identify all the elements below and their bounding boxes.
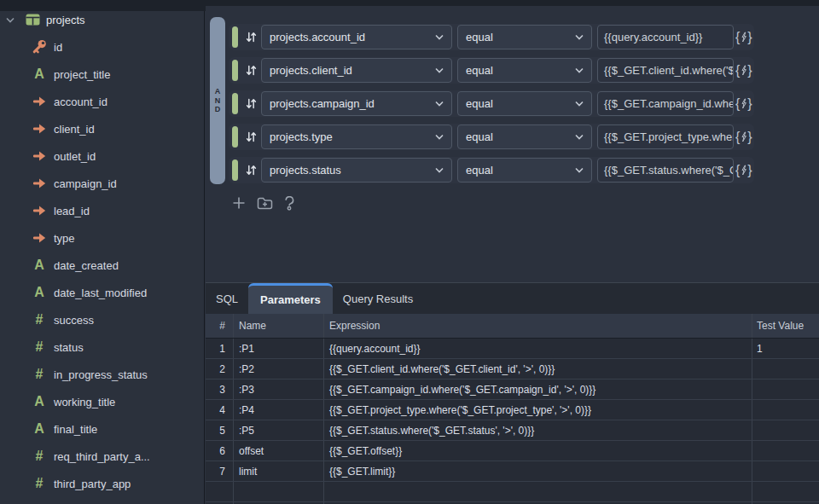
field-name: date_last_modified bbox=[54, 287, 147, 299]
sidebar-field-req_third_party_a...[interactable]: #req_third_party_a... bbox=[0, 443, 204, 470]
condition-field-value: projects.campaign_id bbox=[270, 97, 435, 110]
number-icon: # bbox=[32, 339, 47, 355]
condition-row: projects.account_idequal{{query.account_… bbox=[229, 24, 754, 50]
sidebar-field-campaign_id[interactable]: campaign_id bbox=[0, 170, 204, 197]
sidebar-field-status[interactable]: #status bbox=[0, 333, 204, 361]
field-name: final_title bbox=[54, 423, 97, 436]
condition-field-select[interactable]: projects.type bbox=[261, 125, 452, 149]
parameter-row[interactable]: 1:P1{{query.account_id}}1 bbox=[206, 339, 819, 359]
expression-braces-icon[interactable]: {} bbox=[735, 63, 752, 78]
drag-reorder-icon[interactable] bbox=[245, 164, 258, 177]
param-number: 1 bbox=[206, 339, 234, 358]
and-group-bar[interactable]: AND bbox=[210, 17, 225, 184]
sidebar-table-projects[interactable]: projects bbox=[0, 11, 204, 28]
chevron-down-icon bbox=[435, 134, 444, 140]
sidebar-field-success[interactable]: #success bbox=[0, 306, 204, 333]
text-type-icon: A bbox=[32, 258, 47, 273]
expression-braces-icon[interactable]: {} bbox=[735, 96, 752, 112]
sidebar-field-id[interactable]: id bbox=[0, 33, 204, 61]
sidebar-field-date_created[interactable]: Adate_created bbox=[0, 252, 204, 279]
condition-operator-select[interactable]: equal bbox=[457, 158, 592, 182]
expression-braces-icon[interactable]: {} bbox=[735, 30, 752, 45]
condition-field-select[interactable]: projects.campaign_id bbox=[261, 91, 452, 116]
condition-accent-pill bbox=[232, 60, 238, 81]
expression-braces-icon[interactable]: {} bbox=[735, 163, 752, 178]
field-list: idAproject_titleaccount_idclient_idoutle… bbox=[0, 33, 204, 497]
chevron-down-icon bbox=[575, 167, 584, 173]
condition-operator-select[interactable]: equal bbox=[457, 25, 592, 49]
sidebar-field-final_title[interactable]: Afinal_title bbox=[0, 415, 204, 443]
param-name: :P2 bbox=[234, 359, 324, 379]
chevron-down-icon[interactable] bbox=[6, 17, 15, 23]
empty-cell bbox=[324, 482, 752, 501]
condition-operator-value: equal bbox=[466, 31, 575, 43]
empty-cell bbox=[234, 482, 324, 501]
sidebar-field-in_progress_status[interactable]: #in_progress_status bbox=[0, 361, 204, 388]
field-name: third_party_app bbox=[54, 478, 131, 490]
column-header-name: Name bbox=[234, 314, 324, 338]
drag-reorder-icon[interactable] bbox=[245, 64, 258, 77]
parameters-table: #NameExpressionTest Value1:P1{{query.acc… bbox=[206, 314, 819, 504]
bottom-panel: SQLParametersQuery Results #NameExpressi… bbox=[206, 282, 819, 504]
add-condition-button[interactable] bbox=[232, 196, 246, 210]
expression-braces-icon[interactable]: {} bbox=[735, 130, 752, 145]
condition-value-input[interactable]: {{$_GET.project_type.where('$_GET.projec… bbox=[597, 125, 734, 149]
parameter-row[interactable]: 3:P3{{$_GET.campaign_id.where('$_GET.cam… bbox=[206, 379, 819, 400]
param-name: :P4 bbox=[234, 400, 324, 420]
parameter-row[interactable]: 5:P5{{$_GET.status.where('$_GET.status',… bbox=[206, 420, 819, 441]
chevron-down-icon bbox=[435, 167, 444, 173]
relation-arrow-icon bbox=[32, 203, 47, 218]
sidebar-field-project_title[interactable]: Aproject_title bbox=[0, 61, 204, 88]
parameter-row[interactable]: 7limit{{$_GET.limit}} bbox=[206, 461, 819, 482]
tab-query-results[interactable]: Query Results bbox=[333, 283, 423, 314]
column-header--: # bbox=[206, 314, 234, 338]
condition-field-value: projects.account_id bbox=[270, 31, 435, 43]
parameter-row[interactable]: 6offset{{$_GET.offset}} bbox=[206, 441, 819, 461]
parameter-row[interactable]: 4:P4{{$_GET.project_type.where('$_GET.pr… bbox=[206, 400, 819, 420]
condition-operator-select[interactable]: equal bbox=[457, 91, 592, 116]
sidebar-field-account_id[interactable]: account_id bbox=[0, 88, 204, 115]
condition-row: projects.typeequal{{$_GET.project_type.w… bbox=[229, 124, 754, 150]
tab-parameters[interactable]: Parameters bbox=[248, 283, 333, 314]
condition-operator-value: equal bbox=[466, 130, 575, 143]
param-number: 4 bbox=[206, 400, 234, 420]
field-name: lead_id bbox=[54, 205, 90, 217]
sidebar-field-type[interactable]: type bbox=[0, 224, 204, 252]
condition-operator-select[interactable]: equal bbox=[457, 125, 592, 149]
unlink-button[interactable] bbox=[284, 196, 295, 211]
condition-value-input[interactable]: {{$_GET.campaign_id.where('$_GET.campaig… bbox=[597, 91, 734, 116]
condition-operator-select[interactable]: equal bbox=[457, 58, 592, 83]
condition-rows: projects.account_idequal{{query.account_… bbox=[229, 24, 754, 190]
param-number: 3 bbox=[206, 379, 234, 399]
drag-reorder-icon[interactable] bbox=[245, 31, 258, 43]
param-test-value bbox=[752, 420, 819, 440]
tab-sql[interactable]: SQL bbox=[206, 283, 248, 314]
condition-field-select[interactable]: projects.account_id bbox=[261, 25, 452, 49]
param-name: offset bbox=[234, 441, 324, 461]
param-test-value bbox=[752, 400, 819, 420]
drag-reorder-icon[interactable] bbox=[245, 97, 258, 110]
sidebar-field-working_title[interactable]: Aworking_title bbox=[0, 388, 204, 415]
param-test-value bbox=[752, 359, 819, 379]
parameter-row[interactable]: 2:P2{{$_GET.client_id.where('$_GET.clien… bbox=[206, 359, 819, 379]
condition-operator-value: equal bbox=[466, 97, 575, 110]
add-group-button[interactable] bbox=[257, 197, 273, 210]
sidebar-field-third_party_app[interactable]: #third_party_app bbox=[0, 470, 204, 497]
sidebar-field-outlet_id[interactable]: outlet_id bbox=[0, 142, 204, 170]
relation-arrow-icon bbox=[32, 230, 47, 246]
condition-field-select[interactable]: projects.status bbox=[261, 158, 452, 182]
parameters-table-header: #NameExpressionTest Value bbox=[206, 314, 819, 339]
text-type-icon: A bbox=[32, 421, 47, 437]
relation-arrow-icon bbox=[32, 176, 47, 191]
condition-value-input[interactable]: {{$_GET.client_id.where('$_GET.client_id… bbox=[597, 58, 734, 83]
sidebar-field-date_last_modified[interactable]: Adate_last_modified bbox=[0, 279, 204, 306]
empty-cell bbox=[752, 482, 819, 501]
condition-value-input[interactable]: {{$_GET.status.where('$_GET.status', '>'… bbox=[597, 158, 734, 182]
condition-value-input[interactable]: {{query.account_id}} bbox=[597, 25, 734, 49]
sidebar-field-lead_id[interactable]: lead_id bbox=[0, 197, 204, 224]
column-header-test-value: Test Value bbox=[752, 314, 819, 338]
drag-reorder-icon[interactable] bbox=[245, 130, 258, 143]
param-name: :P3 bbox=[234, 379, 324, 399]
condition-field-select[interactable]: projects.client_id bbox=[261, 58, 452, 83]
sidebar-field-client_id[interactable]: client_id bbox=[0, 115, 204, 142]
